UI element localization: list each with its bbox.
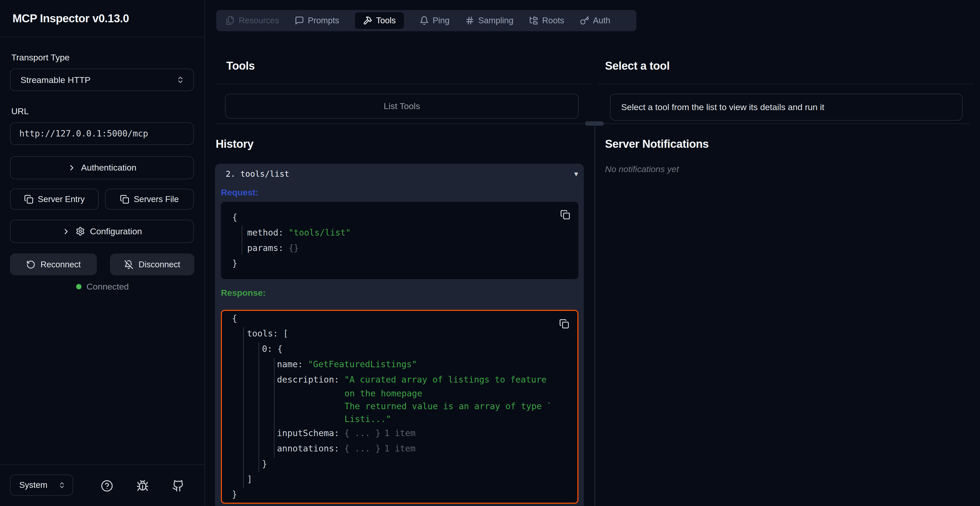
copy-icon [560, 210, 570, 220]
authentication-label: Authentication [81, 163, 136, 173]
connection-buttons-row: Reconnect Disconnect [10, 254, 194, 275]
code-key: description: [277, 374, 339, 385]
tab-roots[interactable]: Roots [529, 16, 564, 25]
servers-file-button[interactable]: Servers File [105, 189, 194, 210]
sidebar: MCP Inspector v0.13.0 Transport Type Str… [0, 0, 205, 506]
hammer-icon [363, 16, 372, 25]
history-entry-card: 2. tools/list ▼ Request: { method:"tools… [215, 163, 584, 506]
transport-type-select[interactable]: Streamable HTTP [10, 69, 194, 91]
theme-select[interactable]: System [10, 474, 73, 496]
collapse-caret-icon[interactable]: ▼ [574, 170, 578, 178]
code-value: "A curated array of listings to feature [344, 374, 547, 385]
tool-placeholder-box: Select a tool from the list to view its … [610, 94, 963, 121]
help-button[interactable] [101, 480, 113, 492]
code-key: tools: [247, 328, 278, 338]
code-line: } [232, 259, 237, 268]
url-input[interactable]: http://127.0.0.1:5000/mcp [10, 122, 194, 145]
url-label: URL [11, 106, 29, 116]
code-value: { ... } [344, 428, 380, 438]
reconnect-button[interactable]: Reconnect [10, 254, 97, 275]
tool-details-divider [598, 84, 974, 84]
transport-type-label: Transport Type [11, 52, 70, 62]
tab-resources[interactable]: Resources [226, 16, 279, 25]
key-icon [580, 16, 589, 25]
request-code-block: { method:"tools/list" params:{} } [221, 202, 578, 279]
code-value: Listi..." [344, 414, 391, 424]
tab-auth-label: Auth [593, 16, 611, 25]
indent-guide [242, 225, 242, 255]
chevrons-up-down-icon [176, 76, 185, 84]
tab-sampling[interactable]: Sampling [465, 16, 513, 25]
tool-placeholder-text: Select a tool from the list to view its … [621, 102, 824, 112]
code-key: inputSchema: [277, 428, 339, 438]
tab-ping-label: Ping [433, 16, 450, 25]
code-value: {} [289, 243, 299, 253]
history-entry-header[interactable]: 2. tools/list ▼ [226, 169, 578, 178]
copy-response-button[interactable] [559, 319, 569, 329]
notifications-heading: Server Notifications [605, 138, 709, 150]
code-key: params: [247, 243, 284, 253]
history-entry-index: 2. [226, 169, 235, 178]
tab-ping[interactable]: Ping [420, 16, 450, 25]
authentication-button[interactable]: Authentication [10, 156, 194, 179]
reconnect-label: Reconnect [40, 260, 81, 270]
code-value: on the homepage [344, 389, 422, 398]
app-title: MCP Inspector v0.13.0 [13, 12, 129, 25]
code-punct: { [277, 344, 282, 354]
code-value: "tools/list" [289, 228, 351, 238]
tab-prompts[interactable]: Prompts [295, 16, 339, 25]
tab-resources-label: Resources [239, 16, 279, 25]
tools-pane-divider [216, 84, 592, 84]
indent-guide [243, 327, 244, 488]
server-entry-label: Server Entry [38, 194, 85, 204]
folder-tree-icon [529, 16, 538, 25]
tab-prompts-label: Prompts [308, 16, 339, 25]
bug-icon [136, 480, 149, 492]
help-circle-icon [101, 480, 113, 492]
main-nav: Resources Prompts Tools Ping Sampling Ro… [216, 10, 636, 31]
transport-type-value: Streamable HTTP [21, 75, 91, 85]
chevron-right-icon [62, 227, 70, 236]
history-entry-method: tools/list [240, 169, 290, 178]
code-count: 1 item [384, 428, 416, 438]
bell-off-icon [124, 260, 134, 270]
disconnect-button[interactable]: Disconnect [110, 254, 194, 275]
code-value: The returned value is an array of type ` [344, 401, 552, 411]
disconnect-label: Disconnect [138, 260, 180, 270]
github-button[interactable] [172, 480, 185, 492]
gear-icon [76, 227, 85, 236]
code-punct: [ [283, 328, 288, 338]
copy-icon [24, 195, 33, 204]
tab-roots-label: Roots [542, 16, 564, 25]
code-line: { [232, 313, 237, 324]
code-line: { [232, 212, 237, 222]
connected-dot-icon [76, 284, 81, 289]
configuration-label: Configuration [90, 226, 142, 236]
tab-sampling-label: Sampling [478, 16, 513, 25]
chevrons-up-down-icon [58, 481, 65, 489]
code-key: 0: [262, 344, 272, 354]
servers-file-label: Servers File [134, 194, 179, 204]
code-line: } [232, 489, 237, 499]
tab-tools[interactable]: Tools [355, 12, 404, 29]
copy-request-button[interactable] [560, 210, 570, 220]
configuration-button[interactable]: Configuration [10, 220, 194, 243]
response-label: Response: [221, 288, 266, 298]
panel-vertical-divider [594, 124, 595, 506]
tools-pane-heading: Tools [226, 59, 255, 72]
bell-icon [420, 16, 429, 25]
list-tools-label: List Tools [383, 101, 420, 111]
list-tools-button[interactable]: List Tools [225, 94, 579, 119]
tab-auth[interactable]: Auth [580, 16, 611, 25]
code-value: { ... } [344, 444, 380, 454]
rotate-ccw-icon [26, 260, 36, 270]
chevron-right-icon [67, 163, 76, 172]
files-icon [226, 16, 235, 25]
hash-icon [465, 16, 475, 25]
debug-button[interactable] [136, 480, 149, 492]
code-key: annotations: [277, 444, 339, 454]
code-key: name: [277, 359, 303, 369]
server-entry-button[interactable]: Server Entry [10, 189, 99, 210]
code-punct: } [262, 459, 267, 469]
indent-guide [259, 343, 259, 473]
